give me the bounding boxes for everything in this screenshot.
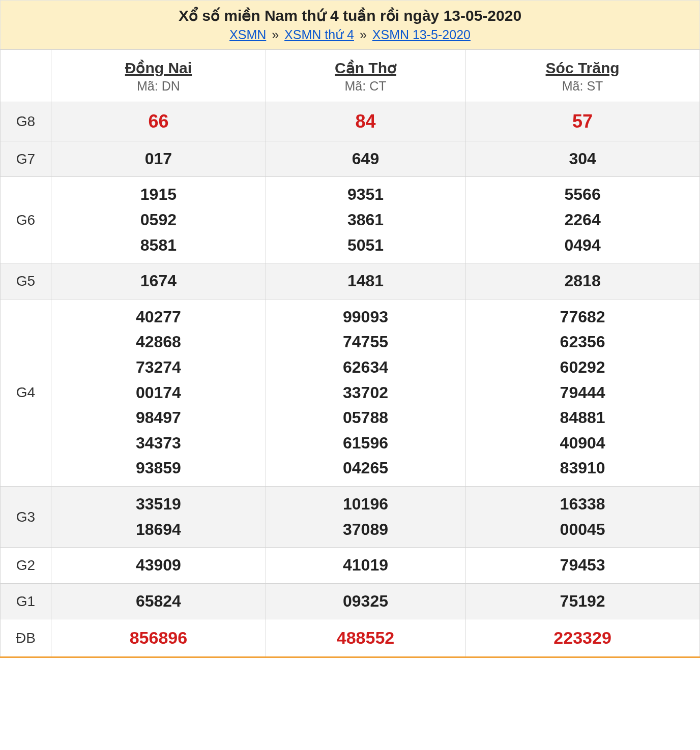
prize-label: G1 — [1, 583, 51, 619]
lottery-number: 66 — [55, 107, 261, 136]
breadcrumb-link-xsmn[interactable]: XSMN — [229, 27, 266, 42]
province-code: Mã: ST — [562, 79, 603, 93]
result-cell: 41019 — [266, 548, 465, 584]
lottery-number: 0592 — [55, 207, 261, 233]
breadcrumb-sep: » — [360, 27, 367, 42]
table-row: G5167414812818 — [1, 263, 700, 299]
table-row: G1658240932575192 — [1, 583, 700, 619]
lottery-number: 57 — [470, 107, 695, 136]
lottery-number: 649 — [270, 146, 461, 172]
lottery-number: 75192 — [470, 589, 695, 614]
lottery-number: 2264 — [470, 207, 695, 233]
province-link-st[interactable]: Sóc Trăng — [470, 59, 695, 77]
lottery-number: 16338 — [470, 492, 695, 517]
province-code: Mã: CT — [345, 79, 387, 93]
lottery-number: 1915 — [55, 182, 261, 207]
result-cell: 856896 — [51, 619, 266, 657]
lottery-number: 856896 — [55, 624, 261, 651]
lottery-number: 00045 — [470, 517, 695, 543]
province-code: Mã: DN — [137, 79, 180, 93]
lottery-number: 77682 — [470, 305, 695, 330]
lottery-number: 33702 — [270, 380, 461, 406]
lottery-number: 79444 — [470, 380, 695, 406]
lottery-number: 74755 — [270, 329, 461, 355]
lottery-number: 99093 — [270, 305, 461, 330]
province-link-dn[interactable]: Đồng Nai — [55, 59, 261, 77]
result-cell: 017 — [51, 141, 266, 177]
lottery-number: 40904 — [470, 431, 695, 456]
prize-label: ĐB — [1, 619, 51, 657]
page-title: Xổ số miền Nam thứ 4 tuần rồi ngày 13-05… — [1, 7, 699, 24]
result-cell: 488552 — [266, 619, 465, 657]
breadcrumb-link-xsmn-date[interactable]: XSMN 13-5-2020 — [372, 27, 471, 42]
prize-label: G4 — [1, 299, 51, 486]
table-row: G8668457 — [1, 102, 700, 141]
lottery-number: 8581 — [55, 233, 261, 258]
lottery-number: 33519 — [55, 492, 261, 517]
table-row: G7017649304 — [1, 141, 700, 177]
lottery-number: 304 — [470, 146, 695, 172]
lottery-number: 3861 — [270, 207, 461, 233]
lottery-number: 83910 — [470, 456, 695, 481]
province-link-ct[interactable]: Cần Thơ — [270, 59, 461, 77]
result-cell: 1633800045 — [465, 486, 700, 547]
table-row: G6191505928581935138615051556622640494 — [1, 177, 700, 263]
result-cell: 649 — [266, 141, 465, 177]
table-row: ĐB856896488552223329 — [1, 619, 700, 657]
lottery-number: 18694 — [55, 517, 261, 543]
lottery-number: 40277 — [55, 305, 261, 330]
result-cell: 3351918694 — [51, 486, 266, 547]
lottery-number: 5566 — [470, 182, 695, 207]
lottery-number: 41019 — [270, 553, 461, 578]
lottery-number: 488552 — [270, 624, 461, 651]
lottery-number: 1674 — [55, 268, 261, 294]
lottery-number: 62356 — [470, 329, 695, 355]
lottery-number: 5051 — [270, 233, 461, 258]
results-table: Đồng Nai Mã: DN Cần Thơ Mã: CT Sóc Trăng… — [0, 49, 700, 658]
lottery-number: 84 — [270, 107, 461, 136]
lottery-number: 73274 — [55, 355, 261, 380]
result-cell: 304 — [465, 141, 700, 177]
result-cell: 57 — [465, 102, 700, 141]
result-cell: 223329 — [465, 619, 700, 657]
lottery-number: 42868 — [55, 329, 261, 355]
lottery-number: 93859 — [55, 456, 261, 481]
lottery-number: 09325 — [270, 589, 461, 614]
lottery-number: 62634 — [270, 355, 461, 380]
lottery-number: 37089 — [270, 517, 461, 543]
breadcrumb-link-xsmn-thu4[interactable]: XSMN thứ 4 — [284, 27, 354, 42]
lottery-number: 43909 — [55, 553, 261, 578]
lottery-number: 61596 — [270, 431, 461, 456]
breadcrumb-sep: » — [272, 27, 279, 42]
province-header: Sóc Trăng Mã: ST — [465, 50, 700, 102]
lottery-number: 10196 — [270, 492, 461, 517]
lottery-number: 0494 — [470, 233, 695, 258]
result-cell: 84 — [266, 102, 465, 141]
lottery-number: 60292 — [470, 355, 695, 380]
prize-label: G8 — [1, 102, 51, 141]
province-header: Đồng Nai Mã: DN — [51, 50, 266, 102]
lottery-number: 05788 — [270, 405, 461, 431]
result-cell: 43909 — [51, 548, 266, 584]
table-row: G3335191869410196370891633800045 — [1, 486, 700, 547]
breadcrumb: XSMN » XSMN thứ 4 » XSMN 13-5-2020 — [1, 27, 699, 42]
lottery-number: 017 — [55, 146, 261, 172]
lottery-number: 65824 — [55, 589, 261, 614]
table-row: G2439094101979453 — [1, 548, 700, 584]
result-cell: 191505928581 — [51, 177, 266, 263]
lottery-number: 04265 — [270, 456, 461, 481]
prize-label: G3 — [1, 486, 51, 547]
result-cell: 09325 — [266, 583, 465, 619]
table-row: G440277428687327400174984973437393859990… — [1, 299, 700, 486]
result-cell: 40277428687327400174984973437393859 — [51, 299, 266, 486]
result-cell: 99093747556263433702057886159604265 — [266, 299, 465, 486]
result-cell: 75192 — [465, 583, 700, 619]
lottery-number: 9351 — [270, 182, 461, 207]
lottery-number: 00174 — [55, 380, 261, 406]
result-cell: 77682623566029279444848814090483910 — [465, 299, 700, 486]
result-cell: 1019637089 — [266, 486, 465, 547]
corner-cell — [1, 50, 51, 102]
lottery-number: 2818 — [470, 268, 695, 294]
result-cell: 1674 — [51, 263, 266, 299]
prize-label: G6 — [1, 177, 51, 263]
